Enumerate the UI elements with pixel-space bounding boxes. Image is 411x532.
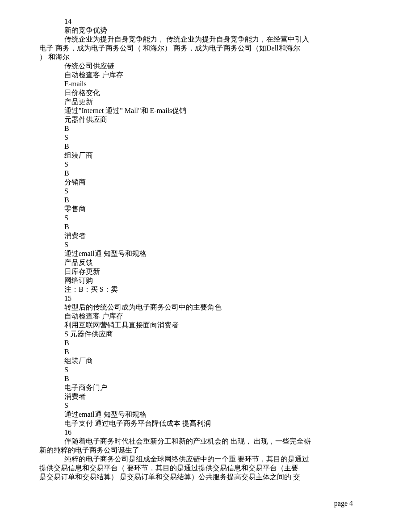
text-line: 消费者 [39,392,372,401]
text-line: 是交易订单和交易结算） 是交易订单和交易结算）公共服务提高交易主体之间的 交 [39,473,372,482]
text-line: S [39,160,372,169]
text-line: 注：B：买 S：卖 [39,285,372,294]
text-line: 提供交易信息和交易平台（ 要环节，其目的是通过提供交易信息和交易平台（主要 [39,464,372,473]
text-line: 组装厂商 [39,151,372,160]
text-line: ） 和海尔 [39,53,372,62]
text-line: 新的纯粹的电子商务公司诞生了 [39,446,372,455]
text-line: S [39,240,372,249]
text-line: S [39,214,372,222]
text-line: 电子 商务，成为电子商务公司（ 和海尔） 商务，成为电子商务公司（如Dell和海… [39,44,372,53]
text-line: 传统企业为提升自身竞争能力， 传统企业为提升自身竞争能力，在经营中引入 [39,35,372,44]
text-line: 消费者 [39,231,372,240]
text-line: S 元器件供应商 [39,330,372,339]
text-line: 日价格变化 [39,88,372,97]
text-line: 通过email通 知型号和规格 [39,410,372,419]
text-line: B [39,196,372,205]
text-line: B [39,124,372,133]
text-line: 通过"Internet 通过" Mall"和 E-mails促销 [39,106,372,115]
text-line: B [39,348,372,356]
text-line: 电子商务门户 [39,383,372,392]
text-line: B [39,339,372,348]
text-line: 自动检查客 户库存 [39,312,372,321]
text-line: 14 [39,17,372,26]
text-line: 分销商 [39,178,372,187]
text-line: 伴随着电子商务时代社会重新分工和新的产业机会的 出现， 出现，一些完全崭 [39,437,372,446]
text-line: S [39,401,372,410]
text-line: 自动检查客 户库存 [39,71,372,80]
text-line: 网络订购 [39,276,372,285]
text-line: 利用互联网营销工具直接面向消费者 [39,321,372,330]
text-line: 产品反馈 [39,258,372,267]
text-line: 电子支付 通过电子商务平台降低成本 提高利润 [39,419,372,428]
text-line: E-mails [39,80,372,88]
text-line: 新的竞争优势 [39,26,372,35]
text-line: 转型后的传统公司成为电子商务公司中的主要角色 [39,303,372,312]
text-line: 组装厂商 [39,356,372,365]
text-line: S [39,365,372,374]
text-line: 产品更新 [39,97,372,106]
text-line: 通过email通 知型号和规格 [39,249,372,258]
text-line: 零售商 [39,205,372,214]
text-line: 元器件供应商 [39,115,372,124]
text-line: 15 [39,294,372,303]
text-line: B [39,142,372,151]
text-line: 传统公司供应链 [39,62,372,71]
text-line: B [39,222,372,231]
text-line: S [39,187,372,196]
document-body: 14新的竞争优势传统企业为提升自身竞争能力， 传统企业为提升自身竞争能力，在经营… [39,17,372,482]
text-line: B [39,374,372,383]
page-footer: page 4 [334,499,353,508]
text-line: 日库存更新 [39,267,372,276]
text-line: 16 [39,428,372,437]
text-line: B [39,169,372,178]
text-line: 纯粹的电子商务公司是组成全球网络供应链中的一个重 要环节，其目的是通过 [39,455,372,464]
text-line: S [39,133,372,142]
